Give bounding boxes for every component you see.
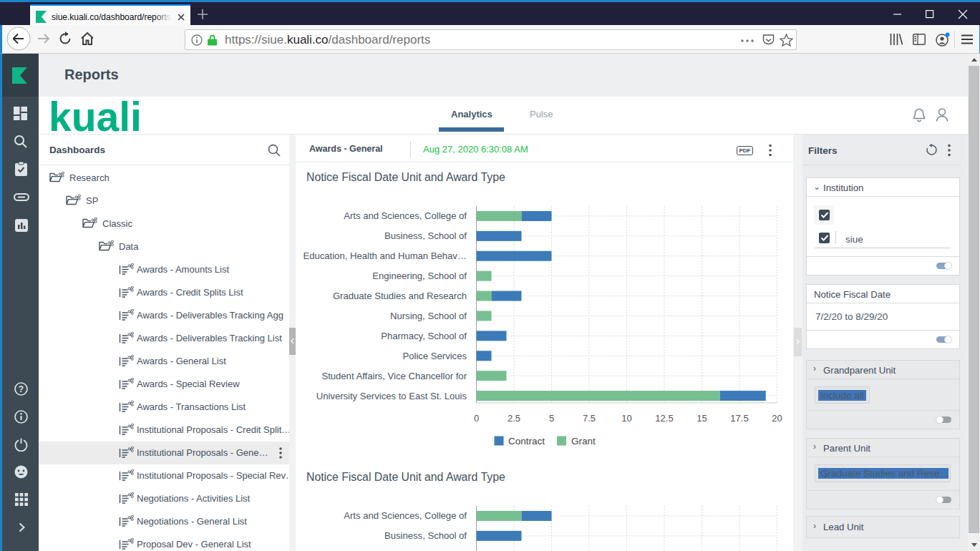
svg-text:5: 5	[549, 413, 554, 424]
svg-text:?: ?	[19, 384, 24, 394]
svg-text:12.5: 12.5	[655, 413, 673, 424]
svg-text:Grant: Grant	[571, 436, 596, 447]
svg-text:Engineering, School of: Engineering, School of	[372, 270, 467, 281]
svg-text:Student Affairs, Vice Chancell: Student Affairs, Vice Chancellor for	[321, 371, 467, 381]
svg-text:University Services to East St: University Services to East St. Louis	[316, 391, 467, 401]
svg-text:Business, School of: Business, School of	[384, 230, 467, 241]
svg-text:Education, Health and Human Be: Education, Health and Human Behav…	[303, 250, 467, 261]
svg-text:7.5: 7.5	[583, 413, 596, 424]
svg-text:Pharmacy, School of: Pharmacy, School of	[381, 331, 467, 341]
svg-text:Nursing, School of: Nursing, School of	[390, 311, 467, 321]
svg-text:Contract: Contract	[508, 436, 545, 447]
svg-text:Police Services: Police Services	[402, 351, 467, 361]
svg-text:0: 0	[474, 413, 479, 424]
svg-text:10: 10	[621, 413, 631, 424]
svg-text:Graduate Studies and Research: Graduate Studies and Research	[333, 291, 467, 301]
svg-text:2.5: 2.5	[508, 413, 520, 424]
svg-text:Arts and Sciences, College of: Arts and Sciences, College of	[344, 510, 467, 521]
svg-text:15: 15	[697, 413, 707, 424]
svg-text:Notice Fiscal Date Unit and Aw: Notice Fiscal Date Unit and Award Type	[306, 471, 505, 483]
svg-text:20: 20	[772, 413, 782, 424]
svg-text:Notice Fiscal Date Unit and Aw: Notice Fiscal Date Unit and Award Type	[306, 171, 505, 183]
svg-text:17.5: 17.5	[730, 413, 748, 424]
svg-text:Arts and Sciences, College of: Arts and Sciences, College of	[344, 210, 467, 221]
svg-text:Business, School of: Business, School of	[384, 530, 467, 541]
